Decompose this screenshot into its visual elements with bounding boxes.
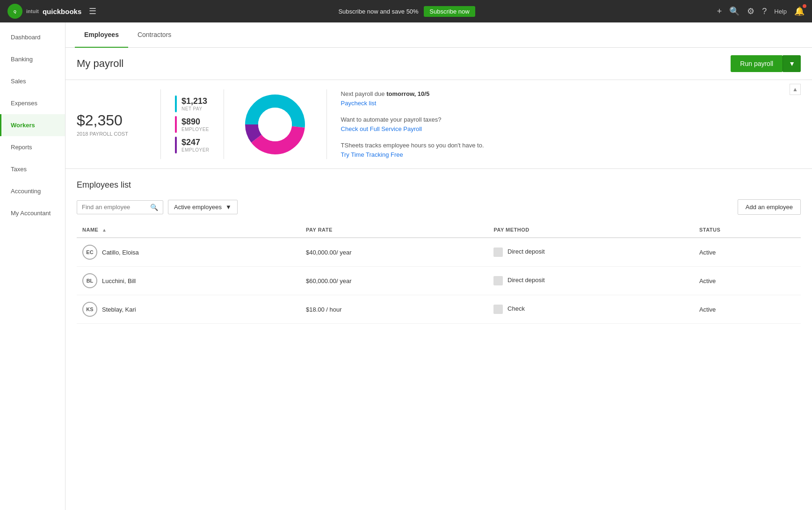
sidebar-item-expenses[interactable]: Expenses (0, 92, 65, 114)
run-payroll-button-group: Run payroll ▼ (731, 55, 801, 72)
pay-method-icon (493, 248, 503, 257)
sidebar-item-workers[interactable]: Workers (0, 114, 65, 136)
notification-icon[interactable]: 🔔 (794, 6, 805, 16)
sidebar-item-my-accountant[interactable]: My Accountant (0, 202, 65, 224)
donut-chart (242, 92, 308, 157)
payroll-total-label: 2018 PAYROLL COST (77, 131, 146, 137)
time-tracking-link[interactable]: Try Time Tracking Free (341, 151, 403, 158)
sidebar-item-sales[interactable]: Sales (0, 70, 65, 92)
table-row[interactable]: EC Catillo, Eloisa $40,000.00/ year Dire… (77, 238, 801, 267)
sidebar-item-taxes[interactable]: Taxes (0, 158, 65, 180)
employer-amount: $247 (181, 138, 210, 147)
tab-employees[interactable]: Employees (75, 22, 128, 48)
sidebar-item-dashboard[interactable]: Dashboard (0, 26, 65, 48)
employee-name: Steblay, Kari (102, 306, 136, 313)
payroll-total-amount: $2,350 (77, 112, 146, 129)
col-pay-method: PAY METHOD (488, 222, 693, 238)
breakdown-employee: $890 EMPLOYEE (175, 116, 210, 133)
filter-label: Active employees (174, 204, 222, 211)
run-payroll-dropdown-button[interactable]: ▼ (783, 55, 801, 72)
employees-table: NAME ▲ PAY RATE PAY METHOD STATUS EC Cat… (77, 222, 801, 324)
page-header: My payroll Run payroll ▼ (65, 48, 812, 80)
employee-pay-rate: $18.00 / hour (300, 295, 488, 324)
employee-bar (175, 116, 177, 133)
sidebar-item-reports[interactable]: Reports (0, 136, 65, 158)
logo[interactable]: Q intuit quickbooks (7, 4, 81, 19)
employee-avatar: KS (82, 302, 97, 317)
employee-name-cell: BL Lucchini, Bill (77, 267, 300, 295)
pay-method-icon (493, 305, 503, 314)
promo-banner: Subscribe now and save 50% Subscribe now (96, 6, 717, 17)
tab-contractors[interactable]: Contractors (128, 22, 181, 48)
search-box[interactable]: 🔍 (77, 200, 163, 214)
plus-icon[interactable]: + (717, 7, 722, 16)
toolbar-left: 🔍 Active employees ▼ (77, 200, 238, 214)
payroll-breakdown: $1,213 NET PAY $890 EMPLOYEE $247 EMPL (161, 89, 224, 159)
run-payroll-button[interactable]: Run payroll (731, 55, 783, 72)
notification-dot (803, 4, 806, 8)
topnav: Q intuit quickbooks ☰ Subscribe now and … (0, 0, 812, 22)
employees-list-title: Employees list (77, 180, 801, 190)
employee-pay-method: Direct deposit (488, 238, 693, 267)
employee-pay-method: Direct deposit (488, 267, 693, 295)
employee-avatar: EC (82, 245, 97, 260)
col-name: NAME ▲ (77, 222, 300, 238)
net-pay-label: NET PAY (181, 106, 207, 111)
employee-status: Active (694, 238, 801, 267)
payroll-summary: $2,350 2018 PAYROLL COST $1,213 NET PAY … (65, 80, 812, 169)
employee-status: Active (694, 267, 801, 295)
paycheck-list-link[interactable]: Paycheck list (341, 100, 377, 107)
collapse-button[interactable]: ▲ (790, 84, 801, 95)
sidebar-item-banking[interactable]: Banking (0, 48, 65, 70)
add-employee-button[interactable]: Add an employee (738, 199, 801, 215)
help-icon[interactable]: ? (762, 7, 767, 16)
tabs: Employees Contractors (65, 22, 812, 48)
col-pay-rate: PAY RATE (300, 222, 488, 238)
payroll-total: $2,350 2018 PAYROLL COST (77, 89, 161, 159)
net-pay-amount: $1,213 (181, 96, 207, 106)
payroll-chart (224, 89, 327, 159)
col-status: STATUS (694, 222, 801, 238)
search-icon[interactable]: 🔍 (729, 6, 740, 16)
employee-amount: $890 (181, 117, 209, 127)
logo-icon: Q (7, 4, 22, 19)
menu-hamburger-icon[interactable]: ☰ (89, 6, 96, 16)
chevron-down-icon: ▼ (225, 204, 232, 211)
sidebar: Dashboard Banking Sales Expenses Workers… (0, 22, 65, 510)
employees-section: Employees list 🔍 Active employees ▼ Add … (65, 169, 812, 335)
net-pay-bar (175, 95, 177, 112)
employee-status: Active (694, 295, 801, 324)
pay-method-icon (493, 276, 503, 285)
svg-text:Q: Q (14, 9, 16, 14)
employee-name: Lucchini, Bill (102, 277, 136, 284)
breakdown-employer: $247 EMPLOYER (175, 137, 210, 153)
employee-avatar: BL (82, 273, 97, 288)
payroll-info: Next payroll due tomorrow, 10/5 Paycheck… (327, 89, 801, 159)
sort-icon[interactable]: ▲ (102, 227, 107, 233)
search-icon: 🔍 (150, 204, 158, 211)
employee-name-cell: EC Catillo, Eloisa (77, 238, 300, 267)
main-content: Employees Contractors My payroll Run pay… (65, 22, 812, 510)
full-service-payroll-link[interactable]: Check out Full Service Payroll (341, 125, 422, 132)
page-title: My payroll (77, 58, 123, 70)
breakdown-net-pay: $1,213 NET PAY (175, 95, 210, 112)
employees-toolbar: 🔍 Active employees ▼ Add an employee (77, 199, 801, 215)
employer-label: EMPLOYER (181, 147, 210, 153)
table-row[interactable]: BL Lucchini, Bill $60,000.00/ year Direc… (77, 267, 801, 295)
help-label[interactable]: Help (774, 8, 787, 15)
subscribe-now-button[interactable]: Subscribe now (424, 6, 475, 17)
table-row[interactable]: KS Steblay, Kari $18.00 / hour Check Act… (77, 295, 801, 324)
search-input[interactable] (82, 204, 147, 211)
table-header-row: NAME ▲ PAY RATE PAY METHOD STATUS (77, 222, 801, 238)
tsheets-info: TSheets tracks employee hours so you don… (341, 141, 787, 159)
employee-name-cell: KS Steblay, Kari (77, 295, 300, 324)
filter-dropdown[interactable]: Active employees ▼ (168, 200, 238, 214)
employee-pay-rate: $40,000.00/ year (300, 238, 488, 267)
employee-name: Catillo, Eloisa (102, 249, 139, 256)
automate-info: Want to automate your payroll taxes? Che… (341, 115, 787, 133)
sidebar-item-accounting[interactable]: Accounting (0, 180, 65, 202)
topnav-icons: + 🔍 ⚙ ? Help 🔔 (717, 6, 805, 16)
next-payroll-info: Next payroll due tomorrow, 10/5 Paycheck… (341, 89, 787, 108)
settings-icon[interactable]: ⚙ (747, 6, 754, 16)
employee-label: EMPLOYEE (181, 127, 209, 132)
